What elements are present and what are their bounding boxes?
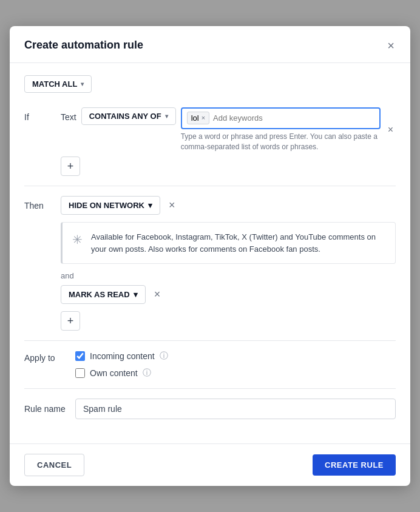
if-label: If <box>24 107 53 122</box>
if-condition-row: Text CONTAINS ANY OF ▾ lol × <box>61 107 396 152</box>
remove-action1-button[interactable]: × <box>165 198 179 213</box>
remove-keyword-tag[interactable]: × <box>202 115 205 121</box>
own-content-checkbox[interactable] <box>75 368 85 378</box>
modal-header: Create automation rule × <box>10 26 410 63</box>
keyword-tag-text: lol <box>191 113 199 123</box>
condition-operator-arrow: ▾ <box>165 113 168 120</box>
section-divider-1 <box>24 186 396 186</box>
own-content-row[interactable]: Own content ⓘ <box>75 368 168 379</box>
modal-title: Create automation rule <box>24 39 143 52</box>
action1-row: HIDE ON NETWORK ▾ × <box>61 196 396 215</box>
modal-body: MATCH ALL ▾ If Text CONTAINS ANY OF ▾ <box>10 63 410 444</box>
keyword-hint: Type a word or phrase and press Enter. Y… <box>181 132 381 152</box>
keyword-input[interactable] <box>213 113 374 123</box>
close-button[interactable]: × <box>386 38 396 53</box>
add-condition-wrapper: + <box>24 157 396 176</box>
action2-dropdown[interactable]: MARK AS READ ▾ <box>61 285 146 304</box>
match-all-row: MATCH ALL ▾ <box>24 75 396 93</box>
if-section-row: If Text CONTAINS ANY OF ▾ lol × <box>24 107 396 152</box>
apply-to-row: Apply to Incoming content ⓘ Own content … <box>24 351 396 379</box>
section-divider-2 <box>24 340 396 341</box>
then-section-content: HIDE ON NETWORK ▾ × ✳ Available for Face… <box>61 196 396 331</box>
rule-name-label: Rule name <box>24 404 68 414</box>
action1-dropdown[interactable]: HIDE ON NETWORK ▾ <box>61 196 160 215</box>
keyword-input-box: lol × <box>181 107 381 129</box>
keyword-input-container: lol × Type a word or phrase and press En… <box>181 107 381 152</box>
incoming-content-label: Incoming content <box>90 351 155 361</box>
remove-action2-button[interactable]: × <box>151 287 164 302</box>
condition-operator-label: CONTAINS ANY OF <box>89 112 161 121</box>
add-condition-button[interactable]: + <box>61 157 80 176</box>
match-all-dropdown[interactable]: MATCH ALL ▾ <box>24 75 92 93</box>
match-all-arrow: ▾ <box>81 81 84 87</box>
add-action-button[interactable]: + <box>61 311 80 331</box>
modal-footer: CANCEL CREATE RULE <box>10 443 410 486</box>
modal-overlay: Create automation rule × MATCH ALL ▾ If … <box>0 0 420 512</box>
action2-label: MARK AS READ <box>69 290 130 299</box>
modal-dialog: Create automation rule × MATCH ALL ▾ If … <box>10 26 410 487</box>
and-label: and <box>61 271 396 280</box>
then-label: Then <box>24 196 53 211</box>
keyword-tag: lol × <box>187 112 209 124</box>
action2-row: MARK AS READ ▾ × <box>61 285 396 304</box>
own-content-help-icon: ⓘ <box>143 368 151 379</box>
if-section-content: Text CONTAINS ANY OF ▾ lol × <box>61 107 396 152</box>
then-section-row: Then HIDE ON NETWORK ▾ × ✳ Available for… <box>24 196 396 331</box>
create-rule-button[interactable]: CREATE RULE <box>313 454 396 476</box>
incoming-content-row[interactable]: Incoming content ⓘ <box>75 351 168 362</box>
if-clear-button[interactable]: × <box>385 122 396 138</box>
action2-arrow: ▾ <box>134 290 138 299</box>
apply-to-label: Apply to <box>24 351 68 363</box>
section-divider-3 <box>24 388 396 389</box>
checkboxes-col: Incoming content ⓘ Own content ⓘ <box>75 351 168 379</box>
action1-arrow: ▾ <box>148 201 152 210</box>
cancel-button[interactable]: CANCEL <box>24 454 84 476</box>
incoming-content-checkbox[interactable] <box>75 351 85 361</box>
info-text: Available for Facebook, Instagram, TikTo… <box>91 231 385 255</box>
action1-label: HIDE ON NETWORK <box>69 201 144 210</box>
match-all-label: MATCH ALL <box>32 79 77 89</box>
rule-name-input[interactable] <box>75 399 396 419</box>
info-box: ✳ Available for Facebook, Instagram, Tik… <box>61 222 396 264</box>
info-light-icon: ✳ <box>72 232 83 247</box>
own-content-label: Own content <box>90 368 138 378</box>
rule-name-row: Rule name <box>24 399 396 419</box>
condition-type-label: Text <box>61 107 76 122</box>
incoming-content-help-icon: ⓘ <box>160 351 168 362</box>
condition-operator-dropdown[interactable]: CONTAINS ANY OF ▾ <box>81 107 176 125</box>
